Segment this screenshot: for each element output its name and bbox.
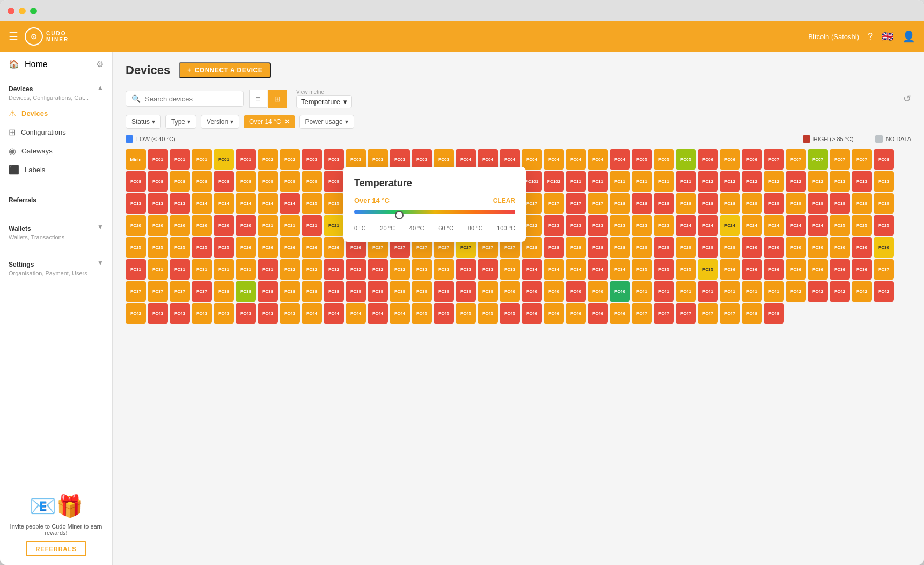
sidebar-referrals[interactable]: Referrals	[0, 188, 112, 208]
device-tile[interactable]: PC45	[500, 303, 520, 324]
device-tile[interactable]: PC47	[676, 303, 696, 324]
device-tile[interactable]: PC35	[654, 259, 674, 280]
device-tile[interactable]: PC41	[632, 281, 652, 302]
minimize-button[interactable]	[19, 8, 26, 14]
device-tile[interactable]: PC24	[742, 215, 762, 236]
device-tile[interactable]: PC29	[632, 237, 652, 258]
device-tile[interactable]: PC18	[632, 193, 652, 214]
device-tile[interactable]: PC28	[610, 237, 630, 258]
device-tile[interactable]: PC18	[610, 193, 630, 214]
search-input[interactable]	[145, 95, 238, 103]
version-filter[interactable]: Version ▾	[201, 115, 239, 129]
device-tile[interactable]: PC42	[874, 281, 894, 302]
device-tile[interactable]: PC43	[170, 303, 190, 324]
device-tile[interactable]: PC04	[566, 149, 586, 170]
device-tile[interactable]: PC08	[874, 149, 894, 170]
device-tile[interactable]: PC43	[258, 303, 278, 324]
device-tile[interactable]: PC46	[588, 303, 608, 324]
device-tile[interactable]: PC07	[830, 149, 850, 170]
device-tile[interactable]: PC25	[214, 237, 234, 258]
device-tile[interactable]: PC39	[478, 281, 498, 302]
device-tile[interactable]: PC47	[720, 303, 740, 324]
device-tile[interactable]: PC19	[742, 193, 762, 214]
device-tile[interactable]: PC43	[214, 303, 234, 324]
device-tile[interactable]: PC17	[588, 193, 608, 214]
device-tile[interactable]: PC04	[544, 149, 564, 170]
device-tile[interactable]: PC11	[588, 171, 608, 192]
device-tile[interactable]: PC35	[632, 259, 652, 280]
device-tile[interactable]: PC47	[632, 303, 652, 324]
device-tile[interactable]: PC32	[302, 259, 322, 280]
device-tile[interactable]: PC38	[280, 281, 300, 302]
device-tile[interactable]: PC44	[390, 303, 410, 324]
device-tile[interactable]: PC18	[698, 193, 718, 214]
temp-clear-button[interactable]: CLEAR	[493, 197, 515, 204]
device-tile[interactable]: PC26	[258, 237, 278, 258]
device-tile[interactable]: PC30	[808, 237, 828, 258]
device-tile[interactable]: PC29	[698, 237, 718, 258]
device-tile[interactable]: PC21	[258, 215, 278, 236]
device-tile[interactable]: PC21	[302, 215, 322, 236]
device-tile[interactable]: PC14	[258, 193, 278, 214]
device-tile[interactable]: PC06	[742, 149, 762, 170]
device-tile[interactable]: PC30	[852, 237, 872, 258]
device-tile[interactable]: PC36	[742, 259, 762, 280]
device-tile[interactable]: PC01	[192, 149, 212, 170]
device-tile[interactable]: PC11	[654, 171, 674, 192]
device-tile[interactable]: PC25	[830, 215, 850, 236]
device-tile[interactable]: PC31	[148, 259, 168, 280]
device-tile[interactable]: PC102	[544, 171, 564, 192]
device-tile[interactable]: PC39	[368, 281, 388, 302]
device-tile[interactable]: PC01	[170, 149, 190, 170]
device-tile[interactable]: PC32	[324, 259, 344, 280]
device-tile[interactable]: PC37	[148, 281, 168, 302]
device-tile[interactable]: PC37	[874, 259, 894, 280]
device-tile[interactable]: PC46	[566, 303, 586, 324]
device-tile[interactable]: PC20	[214, 215, 234, 236]
device-tile[interactable]: PC08	[192, 171, 212, 192]
device-tile[interactable]: PC32	[346, 259, 366, 280]
device-tile[interactable]: PC08	[126, 171, 146, 192]
wallets-arrow[interactable]: ▼	[97, 223, 104, 231]
device-tile[interactable]: PC12	[764, 171, 784, 192]
device-tile[interactable]: PC28	[588, 237, 608, 258]
device-tile[interactable]: PC33	[500, 259, 520, 280]
device-tile[interactable]: PC19	[786, 193, 806, 214]
device-tile[interactable]: PC33	[478, 259, 498, 280]
device-tile[interactable]: PC20	[148, 215, 168, 236]
device-tile[interactable]: PC07	[808, 149, 828, 170]
sidebar-item-configurations[interactable]: ⊞ Configurations	[0, 123, 112, 142]
device-tile[interactable]: PC34	[588, 259, 608, 280]
device-tile[interactable]: PC36	[786, 259, 806, 280]
device-tile[interactable]: PC31	[236, 259, 256, 280]
device-tile[interactable]: PC32	[368, 259, 388, 280]
device-tile[interactable]: PC19	[874, 193, 894, 214]
device-tile[interactable]: PC23	[544, 215, 564, 236]
device-tile[interactable]: PC14	[192, 193, 212, 214]
sidebar-settings[interactable]: Settings ▼ Organisation, Payment, Users	[0, 253, 112, 280]
device-tile[interactable]: PC29	[654, 237, 674, 258]
device-tile[interactable]: PC40	[588, 281, 608, 302]
device-tile[interactable]: PC44	[368, 303, 388, 324]
device-tile[interactable]: PC40	[544, 281, 564, 302]
type-filter[interactable]: Type ▾	[165, 115, 196, 129]
device-tile[interactable]: PC38	[258, 281, 278, 302]
device-tile[interactable]: PC11	[610, 171, 630, 192]
device-tile[interactable]: PC07	[764, 149, 784, 170]
device-tile[interactable]: Minin	[126, 149, 146, 170]
device-tile[interactable]: PC23	[566, 215, 586, 236]
device-tile[interactable]: PC19	[852, 193, 872, 214]
device-tile[interactable]: PC24	[808, 215, 828, 236]
device-tile[interactable]: PC04	[588, 149, 608, 170]
settings-arrow[interactable]: ▼	[97, 259, 104, 267]
device-tile[interactable]: PC39	[346, 281, 366, 302]
device-tile[interactable]: PC36	[720, 259, 740, 280]
device-tile[interactable]: PC26	[324, 237, 344, 258]
device-tile[interactable]: PC25	[852, 215, 872, 236]
device-tile[interactable]: PC04	[610, 149, 630, 170]
device-tile[interactable]: PC13	[170, 193, 190, 214]
device-tile[interactable]: PC29	[720, 237, 740, 258]
sidebar-home[interactable]: 🏠 Home ⚙	[0, 52, 112, 77]
device-tile[interactable]: PC25	[148, 237, 168, 258]
device-tile[interactable]: PC13	[148, 193, 168, 214]
